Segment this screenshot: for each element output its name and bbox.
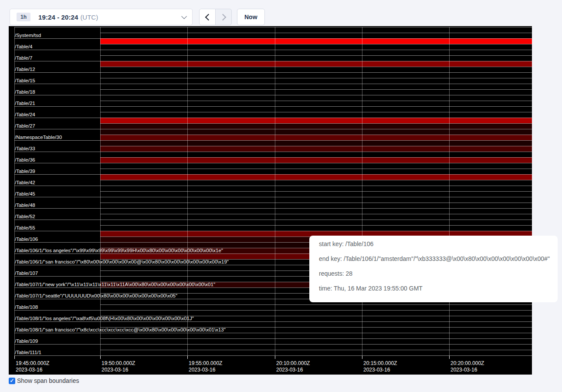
next-interval-button-disabled[interactable] bbox=[215, 9, 232, 25]
x-axis-date: 2023-03-16 bbox=[189, 367, 222, 373]
span-boundary-line bbox=[14, 27, 532, 27]
heat-band[interactable] bbox=[100, 38, 532, 44]
key-visualizer-canvas[interactable]: /System/tsd/Table/4/Table/7/Table/12/Tab… bbox=[9, 26, 532, 375]
heat-band[interactable] bbox=[100, 118, 532, 123]
span-boundary-line bbox=[100, 174, 532, 175]
span-boundary-line bbox=[100, 338, 532, 339]
key-span-label: /Table/109 bbox=[15, 333, 38, 344]
heat-band[interactable] bbox=[100, 174, 532, 180]
key-span-label: /Table/107/1/"new york"/"\x11\x11\x11\x1… bbox=[15, 276, 215, 287]
timezone-text: (UTC) bbox=[80, 14, 98, 21]
x-axis-tick bbox=[275, 356, 275, 359]
time-gridline bbox=[275, 27, 275, 357]
prev-interval-button[interactable] bbox=[199, 9, 216, 25]
key-span-label: /Table/107/1/"seattle"/"UUUUUUD\x00\x80\… bbox=[15, 287, 177, 299]
key-span-label: /Table/108/1/"san francisco"/"\x8c\xcc\x… bbox=[15, 321, 226, 333]
show-span-boundaries-label: Show span boundaries bbox=[17, 377, 79, 384]
key-span-label: /Table/111/1 bbox=[15, 344, 41, 355]
span-boundary-line bbox=[100, 152, 532, 152]
key-span-label: /Table/15 bbox=[15, 72, 35, 84]
x-axis-date: 2023-03-16 bbox=[102, 367, 135, 373]
time-nav-group bbox=[199, 9, 232, 25]
span-boundary-line bbox=[100, 163, 532, 163]
time-gridline bbox=[449, 27, 450, 357]
span-boundary-line bbox=[100, 135, 532, 135]
span-boundary-line bbox=[100, 197, 532, 197]
span-boundary-line bbox=[100, 50, 532, 50]
span-boundary-line bbox=[100, 129, 532, 129]
span-boundary-line bbox=[100, 333, 532, 333]
heat-band[interactable] bbox=[100, 61, 532, 67]
key-span-label: /Table/21 bbox=[15, 95, 35, 106]
key-span-label: /Table/12 bbox=[15, 61, 35, 72]
time-gridline bbox=[100, 27, 101, 357]
heat-band[interactable] bbox=[100, 140, 532, 146]
x-axis-time: 20:15:00.000Z bbox=[363, 360, 397, 367]
span-boundary-line bbox=[100, 186, 532, 186]
now-button[interactable]: Now bbox=[237, 9, 265, 25]
key-span-label: /NamespaceTable/30 bbox=[15, 129, 62, 140]
time-gridline bbox=[187, 27, 188, 357]
x-axis-time: 19:45:00.000Z bbox=[16, 360, 49, 367]
span-boundary-line bbox=[100, 304, 532, 305]
span-boundary-line bbox=[100, 89, 532, 90]
key-span-label: /Table/108/1/"los angeles"/"\xa8\xf5\u00… bbox=[15, 310, 194, 321]
span-boundary-line bbox=[100, 67, 532, 67]
key-span-label: /Table/48 bbox=[15, 197, 35, 208]
toolbar: 1h 19:24 - 20:24 (UTC) Now bbox=[10, 9, 265, 25]
span-boundary-line bbox=[100, 55, 532, 56]
x-axis-time: 19:50:00.000Z bbox=[102, 360, 135, 367]
span-boundary-line bbox=[100, 38, 532, 39]
heat-band[interactable] bbox=[100, 123, 532, 129]
span-boundary-line bbox=[14, 355, 100, 356]
span-boundary-line bbox=[100, 61, 532, 61]
key-span-label: /Table/106/1/"los angeles"/"\x99\x99\x99… bbox=[15, 242, 223, 253]
key-span-label: /Table/33 bbox=[15, 140, 35, 152]
span-boundary-line bbox=[100, 101, 532, 101]
time-gridline bbox=[362, 27, 362, 357]
key-span-label: /Table/18 bbox=[15, 84, 35, 95]
key-span-label: /Table/106/1/"san francisco"/"\x80\x00\x… bbox=[15, 253, 229, 265]
span-boundary-line bbox=[100, 78, 532, 78]
key-span-label: /System/tsd bbox=[15, 27, 41, 38]
key-span-label: /Table/107 bbox=[15, 265, 38, 276]
x-axis-tick bbox=[362, 356, 362, 359]
chevron-right-icon bbox=[219, 14, 226, 20]
x-axis-label: 19:45:00.000Z2023-03-16 bbox=[16, 360, 49, 373]
x-axis-label: 20:20:00.000Z2023-03-16 bbox=[450, 360, 484, 373]
x-axis-label: 19:55:00.000Z2023-03-16 bbox=[189, 360, 222, 373]
key-span-label: /Table/7 bbox=[15, 50, 32, 61]
key-span-label: /Table/52 bbox=[15, 208, 35, 220]
show-span-boundaries-checkbox[interactable]: ✓ bbox=[9, 378, 15, 384]
span-boundary-line bbox=[100, 118, 532, 118]
key-span-label: /Table/106 bbox=[15, 231, 38, 242]
x-axis-label: 19:50:00.000Z2023-03-16 bbox=[102, 360, 135, 373]
key-span-label: /Table/42 bbox=[15, 174, 35, 186]
x-axis-time: 19:55:00.000Z bbox=[189, 360, 222, 367]
x-axis-time: 20:20:00.000Z bbox=[450, 360, 484, 367]
x-axis-label: 20:15:00.000Z2023-03-16 bbox=[363, 360, 397, 373]
span-boundary-line bbox=[100, 84, 532, 84]
heat-band[interactable] bbox=[100, 146, 532, 152]
span-boundary-line bbox=[100, 344, 532, 345]
x-axis-label: 20:10:00.000Z2023-03-16 bbox=[276, 360, 310, 373]
key-span-label: /Table/45 bbox=[15, 186, 35, 197]
time-range-select[interactable]: 1h 19:24 - 20:24 (UTC) bbox=[10, 9, 193, 25]
key-span-label: /Table/27 bbox=[15, 118, 35, 129]
heat-band[interactable] bbox=[100, 135, 532, 140]
heat-band[interactable] bbox=[100, 129, 532, 135]
span-boundary-line bbox=[100, 214, 532, 214]
span-tooltip: start key: /Table/106end key: /Table/106… bbox=[309, 236, 558, 302]
span-boundary-line bbox=[100, 44, 532, 44]
span-boundary-line bbox=[100, 180, 532, 180]
span-boundary-line bbox=[100, 157, 532, 158]
tooltip-line: time: Thu, 16 Mar 2023 19:55:00 GMT bbox=[319, 281, 558, 296]
span-boundary-line bbox=[100, 355, 532, 356]
key-span-label: /Table/24 bbox=[15, 106, 35, 118]
tooltip-line: requests: 28 bbox=[319, 266, 558, 281]
span-boundary-line bbox=[100, 225, 532, 226]
heat-band[interactable] bbox=[100, 157, 532, 163]
span-boundary-line bbox=[100, 350, 532, 350]
chevron-left-icon bbox=[205, 14, 212, 20]
span-boundary-line bbox=[100, 106, 532, 107]
